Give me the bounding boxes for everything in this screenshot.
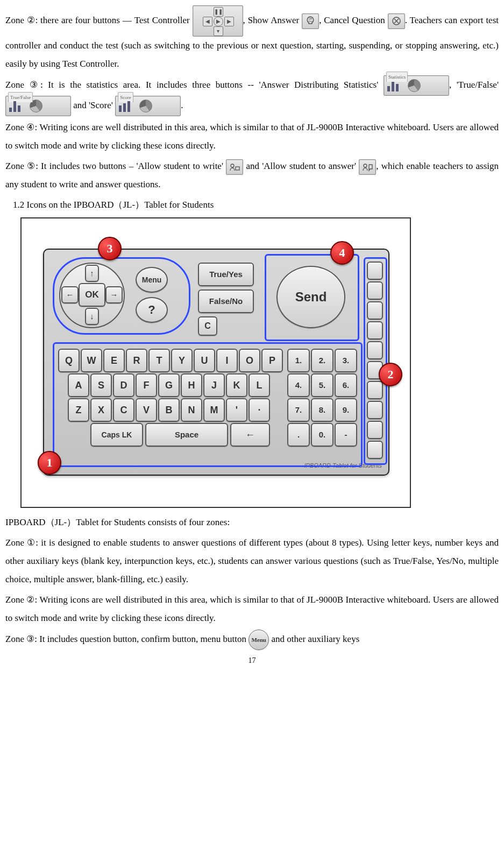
tablet-caption: IPBOARD Tablet for Students (304, 460, 382, 471)
side-icon-8[interactable] (367, 421, 383, 439)
side-icon-1[interactable] (367, 281, 383, 300)
zone-badge-4: 4 (330, 241, 354, 265)
side-icon-3[interactable] (367, 321, 383, 340)
key-m[interactable]: M (203, 398, 225, 422)
numkey-6[interactable]: 7. (287, 398, 310, 422)
side-icon-9[interactable] (367, 441, 383, 459)
key-v[interactable]: V (136, 398, 157, 422)
key-o[interactable]: O (239, 349, 260, 372)
side-icon-4[interactable] (367, 341, 383, 359)
text: Zone ③ (5, 80, 40, 90)
dpad-up[interactable]: ↑ (85, 265, 99, 282)
key-dot[interactable]: · (249, 398, 270, 422)
ok-button[interactable]: OK (79, 283, 105, 307)
text: and other auxiliary keys (271, 634, 359, 644)
key-c[interactable]: C (113, 398, 134, 422)
key-q[interactable]: Q (58, 349, 80, 372)
numkey-10[interactable]: 0. (311, 423, 333, 447)
menu-icon: Menu (249, 630, 269, 650)
text: Zone ③: It includes question button, con… (5, 634, 249, 644)
true-yes-button[interactable]: True/Yes (198, 263, 254, 286)
numkey-5[interactable]: 6. (335, 373, 357, 397)
zone5-paragraph: Zone ⑤: It includes two buttons – 'Allow… (5, 157, 499, 194)
numkey-11[interactable]: - (335, 423, 357, 447)
send-button[interactable]: Send (276, 266, 345, 328)
key-apos[interactable]: ' (226, 398, 247, 422)
svg-rect-4 (236, 167, 239, 170)
dpad-left[interactable]: ← (61, 286, 79, 303)
student-zone3-paragraph: Zone ③: It includes question button, con… (5, 630, 499, 650)
true-false-icon: True/False (5, 96, 71, 116)
zone-badge-1: 1 (38, 451, 61, 475)
key-d[interactable]: D (113, 373, 134, 397)
key-t[interactable]: T (148, 349, 170, 372)
numkey-4[interactable]: 5. (311, 373, 333, 397)
tablet-diagram: OK ↑ ↓ ← → Menu ? True/Yes False/No C Se… (20, 217, 411, 508)
dpad-down[interactable]: ↓ (85, 308, 99, 325)
colon: : (40, 80, 48, 90)
test-controller-icon: ❚❚ ▶ ◀ ▶ ▾ (193, 5, 243, 37)
question-button[interactable]: ? (136, 297, 168, 323)
side-icon-7[interactable] (367, 401, 383, 419)
answer-statistics-icon: Statistics (384, 75, 449, 96)
numkey-1[interactable]: 2. (311, 349, 333, 372)
key-f[interactable]: F (136, 373, 157, 397)
text: , 'True/False' (449, 80, 499, 90)
numkey-9[interactable]: . (287, 423, 310, 447)
key-a[interactable]: A (68, 373, 89, 397)
key-w[interactable]: W (81, 349, 102, 372)
key-b[interactable]: B (158, 398, 180, 422)
text: . (181, 100, 183, 110)
backspace-key[interactable]: ← (230, 423, 270, 447)
key-x[interactable]: X (90, 398, 112, 422)
key-i[interactable]: I (216, 349, 238, 372)
key-p[interactable]: P (261, 349, 283, 372)
dash: –– (120, 15, 134, 25)
svg-point-3 (231, 164, 234, 167)
text: Zone ⑤: It includes two buttons – 'Allow… (5, 161, 223, 171)
zone4-paragraph: Zone ④: Writing icons are well distribut… (5, 118, 499, 155)
numkey-8[interactable]: 9. (335, 398, 357, 422)
key-z[interactable]: Z (68, 398, 89, 422)
false-no-button[interactable]: False/No (198, 289, 254, 313)
side-icon-6[interactable] (367, 381, 383, 399)
side-icon-0[interactable] (367, 262, 383, 280)
text: Zone ②: there are four buttons (5, 15, 120, 25)
zone2-paragraph: Zone ②: there are four buttons –– Test C… (5, 5, 499, 73)
key-g[interactable]: G (158, 373, 180, 397)
clear-button[interactable]: C (198, 316, 217, 336)
key-u[interactable]: U (194, 349, 215, 372)
numkey-7[interactable]: 8. (311, 398, 333, 422)
key-l[interactable]: L (249, 373, 270, 397)
space-key[interactable]: Space (145, 423, 228, 447)
key-y[interactable]: Y (171, 349, 193, 372)
numkey-0[interactable]: 1. (287, 349, 310, 372)
key-h[interactable]: H (181, 373, 202, 397)
text: and 'Score' (71, 100, 115, 110)
key-k[interactable]: K (226, 373, 247, 397)
key-e[interactable]: E (103, 349, 125, 372)
menu-button[interactable]: Menu (136, 267, 168, 293)
cancel-question-icon (388, 13, 405, 29)
section-heading: 1.2 Icons on the IPBOARD（JL-）Tablet for … (5, 196, 499, 214)
tablet-body: OK ↑ ↓ ← → Menu ? True/Yes False/No C Se… (43, 249, 389, 476)
key-r[interactable]: R (126, 349, 147, 372)
key-s[interactable]: S (90, 373, 112, 397)
student-zone2-paragraph: Zone ②: Writing icons are well distribut… (5, 591, 499, 627)
svg-point-5 (364, 164, 367, 167)
caps-lock-key[interactable]: Caps LK (90, 423, 143, 447)
student-zone1-paragraph: Zone ①: it is designed to enable student… (5, 534, 499, 589)
numkey-3[interactable]: 4. (287, 373, 310, 397)
text: It is the statistics area. It includes t… (48, 80, 384, 90)
side-icon-2[interactable] (367, 301, 383, 320)
allow-write-icon (226, 159, 243, 175)
key-n[interactable]: N (181, 398, 202, 422)
key-j[interactable]: J (203, 373, 225, 397)
allow-answer-icon (359, 159, 376, 175)
intro-paragraph: IPBOARD（JL-）Tablet for Students consists… (5, 513, 499, 532)
zone-badge-3: 3 (98, 237, 122, 260)
dpad-right[interactable]: → (105, 286, 123, 303)
zone-badge-2: 2 (379, 363, 402, 386)
page-number: 17 (5, 653, 499, 668)
numkey-2[interactable]: 3. (335, 349, 357, 372)
